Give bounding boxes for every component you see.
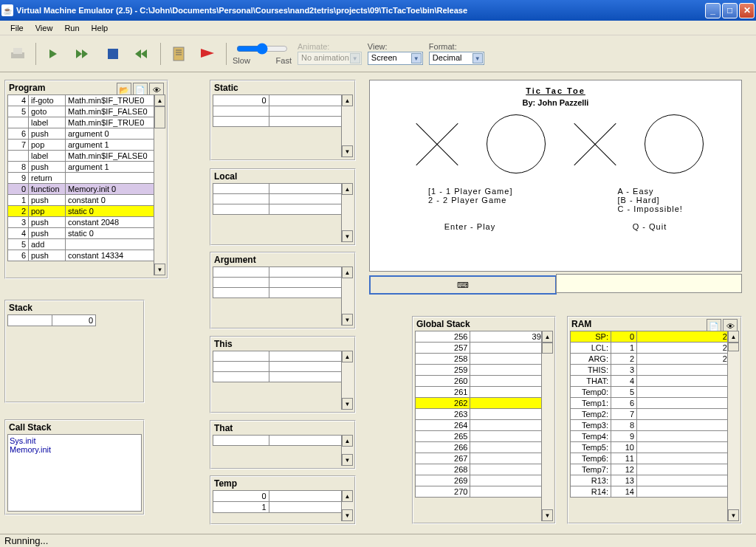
callstack-panel: Call Stack Sys.initMemory.init [4, 419, 145, 515]
status-bar: Running... [0, 534, 756, 547]
static-table: 00 [213, 94, 353, 127]
program-scrollbar[interactable]: ▲▼ [154, 94, 165, 275]
x-shape [566, 114, 625, 173]
breakpoint-button[interactable] [196, 42, 220, 66]
program-table[interactable]: 4if-gotoMath.min$IF_TRUE05gotoMath.min$I… [7, 94, 165, 261]
that-table [213, 435, 353, 446]
svg-rect-3 [173, 47, 184, 61]
local-table [213, 183, 353, 215]
print-button[interactable] [6, 42, 30, 66]
stop-button[interactable] [101, 42, 125, 66]
toolbar: SlowFast Animate: No animation▼ View: Sc… [0, 35, 756, 72]
java-icon: ☕ [1, 4, 13, 16]
view-dropdown[interactable]: Screen▼ [368, 52, 423, 65]
local-panel: Local ▲▼ [210, 168, 356, 246]
callstack-list[interactable]: Sys.initMemory.init [7, 434, 142, 512]
argument-panel: Argument ▲▼ [210, 252, 356, 329]
ram-panel: RAM 📄 👁 SP:0262LCL:1261ARG:2256THIS:30TH… [567, 316, 742, 524]
this-panel: This ▲▼ [210, 336, 356, 413]
menu-help[interactable]: Help [86, 22, 114, 34]
globalstack-table[interactable]: 2563958257025802590260026102620263026402… [415, 331, 553, 498]
static-panel: Static 00▲▼ [210, 80, 356, 161]
step-button[interactable] [42, 42, 66, 66]
menu-run[interactable]: Run [58, 22, 85, 34]
svg-rect-1 [13, 48, 22, 54]
stack-panel: Stack 0 [4, 300, 145, 403]
stack-table: 0 [7, 314, 96, 326]
ram-table[interactable]: SP:0262LCL:1261ARG:2256THIS:30THAT:40Tem… [570, 331, 739, 498]
o-shape [645, 114, 704, 173]
that-panel: That ▲▼ [210, 420, 356, 469]
title-bar: ☕ Virtual Machine Emulator (2.5) - C:\Jo… [0, 0, 756, 21]
temp-table: 0010 [213, 490, 353, 513]
speed-slider[interactable] [236, 43, 288, 55]
temp-panel: Temp 0010▲▼ [210, 475, 356, 525]
argument-table [213, 266, 353, 298]
fast-forward-button[interactable] [72, 42, 95, 66]
keyboard-output [556, 274, 742, 293]
minimize-button[interactable]: _ [705, 3, 721, 18]
x-shape [408, 114, 467, 173]
rewind-button[interactable] [131, 42, 154, 66]
keyboard-input[interactable]: ⌨ [369, 275, 557, 295]
this-table [213, 351, 353, 382]
format-dropdown[interactable]: Decimal▼ [429, 52, 484, 65]
close-button[interactable]: ✕ [739, 3, 755, 18]
maximize-button[interactable]: □ [722, 3, 738, 18]
svg-rect-2 [108, 49, 118, 59]
animate-dropdown[interactable]: No animation▼ [298, 52, 362, 65]
program-panel: Program 📂 📄 👁 4if-gotoMath.min$IF_TRUE05… [4, 80, 168, 279]
o-shape [487, 114, 546, 173]
menu-file[interactable]: File [4, 22, 30, 34]
screen-display: Tic Tac Toe By: John Pazzelli [1 - 1 Pla… [369, 80, 742, 272]
script-button[interactable] [167, 42, 190, 66]
menu-bar: File View Run Help [0, 21, 756, 35]
globalstack-panel: Global Stack 256395825702580259026002610… [412, 316, 556, 524]
menu-view[interactable]: View [30, 22, 59, 34]
window-title: Virtual Machine Emulator (2.5) - C:\John… [16, 6, 705, 15]
